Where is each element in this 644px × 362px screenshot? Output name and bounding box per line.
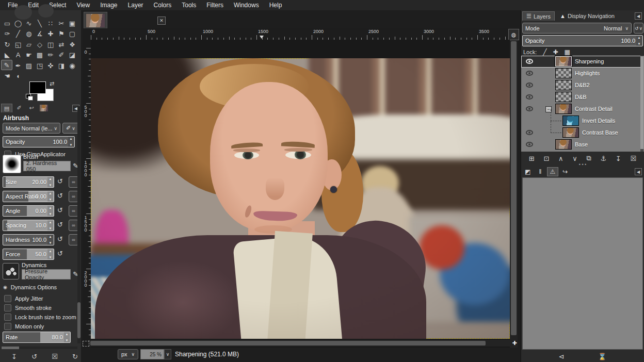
handle-transform-tool[interactable]: ❖ — [67, 40, 77, 49]
menu-image[interactable]: Image — [95, 1, 122, 10]
aspect-ratio-slider[interactable]: Aspect Ratio0.00▲▼ — [3, 191, 54, 202]
layer-row-contrast-base[interactable]: Contrast Base — [521, 127, 641, 139]
visibility-eye-icon[interactable] — [526, 142, 533, 147]
image-tab[interactable] — [38, 104, 50, 112]
heal-tool[interactable]: ✜ — [45, 61, 56, 70]
menu-help[interactable]: Help — [265, 1, 287, 10]
clear-errors-button[interactable]: ⊲ — [559, 353, 565, 360]
layer-row-d-b2[interactable]: D&B2 — [521, 79, 641, 91]
reset-tool-button[interactable]: ↻ — [72, 353, 78, 360]
layer-thumbnail[interactable] — [555, 139, 572, 150]
foreground-color-swatch[interactable] — [29, 81, 46, 94]
warp-transform-tool[interactable]: ☛ — [24, 51, 34, 60]
visibility-eye-icon[interactable] — [526, 106, 533, 111]
layer-thumbnail[interactable] — [555, 68, 572, 78]
delete-layer-button[interactable]: ☒ — [630, 155, 636, 162]
menu-layer[interactable]: Layer — [123, 1, 148, 10]
duplicate-layer-button[interactable]: ⧉ — [587, 154, 591, 162]
visibility-eye-icon[interactable] — [526, 71, 533, 76]
lock-brush-size-to-zoom-checkbox-row[interactable]: Lock brush size to zoom — [4, 314, 76, 321]
3d-transform-tool[interactable]: ◫ — [45, 40, 56, 49]
ellipse-select-tool[interactable]: ◯ — [13, 19, 23, 28]
layer-mode-dropdown[interactable]: Mode Normal ∨ — [522, 23, 632, 34]
align-tool[interactable]: ⚑ — [56, 29, 67, 39]
sample-points-tab[interactable]: ‖ — [535, 167, 546, 176]
measure-tool[interactable]: ∡ — [35, 29, 45, 39]
dynamics-options-expander[interactable]: ◉ Dynamics Options — [3, 284, 57, 290]
brush-preview[interactable] — [3, 155, 21, 173]
spinner[interactable]: ▲▼ — [68, 137, 74, 147]
paint-mode-dropdown[interactable]: Mode Normal (le... ∨ — [3, 123, 60, 134]
reset-slider-icon[interactable]: ↺ — [57, 250, 63, 257]
brush-name-field[interactable]: 2. Hardness 050 — [23, 161, 71, 171]
airbrush-tool[interactable]: ✎ — [1, 60, 12, 70]
save-preset-button[interactable]: ↧ — [11, 353, 17, 360]
reset-slider-icon[interactable]: ↺ — [57, 206, 63, 214]
spinner[interactable]: ▲▼ — [47, 235, 53, 245]
rotate-tool[interactable]: ↻ — [2, 40, 12, 49]
menu-view[interactable]: View — [72, 1, 94, 10]
mypaint-brush-tool[interactable]: ▨ — [24, 61, 34, 70]
delete-preset-button[interactable]: ☒ — [52, 353, 58, 360]
zoom-follow-window-button[interactable]: ◍ — [508, 29, 519, 40]
select-by-color-tool[interactable]: ∷ — [45, 19, 56, 28]
histogram-tab[interactable]: ◩ — [522, 167, 534, 176]
dodge-burn-tool[interactable]: ◖ — [13, 72, 23, 81]
spinner[interactable]: ▲▼ — [47, 220, 53, 231]
move-tool[interactable]: ✚ — [45, 29, 56, 39]
scissors-select-tool[interactable]: ✂ — [56, 19, 67, 28]
lock-alpha-icon[interactable]: ▦ — [565, 48, 570, 56]
reset-slider-icon[interactable]: ↺ — [57, 177, 63, 185]
perspective-tool[interactable]: ◇ — [35, 40, 45, 49]
menu-filters[interactable]: Filters — [202, 1, 228, 10]
tool-options-scrollbar[interactable] — [77, 106, 81, 343]
zoom-level-field[interactable]: 25 % — [140, 349, 164, 359]
color-picker-tool[interactable]: ╱ — [13, 29, 23, 39]
layer-row-highlights[interactable]: Highlights — [521, 68, 641, 79]
flip-tool[interactable]: ⇄ — [56, 40, 67, 49]
new-layer-group-button[interactable]: ⊡ — [543, 155, 549, 162]
dynamics-name-field[interactable]: Pressure Opacity — [22, 269, 71, 279]
gradient-tool[interactable]: ▩ — [35, 51, 45, 60]
vertical-scrollbar[interactable] — [510, 40, 518, 350]
clone-tool[interactable]: ◳ — [35, 61, 45, 70]
scale-tool[interactable]: ◱ — [13, 40, 23, 49]
text-tool[interactable]: A — [13, 51, 23, 60]
layer-thumbnail[interactable] — [555, 80, 572, 90]
horizontal-ruler[interactable]: 0500100015002000250030003500 — [83, 28, 519, 40]
layer-list-scrollbar[interactable] — [640, 56, 643, 152]
new-layer-button[interactable]: ⊞ — [529, 155, 535, 162]
fuzzy-select-tool[interactable]: ╲ — [35, 19, 45, 28]
crop-tool[interactable]: ▢ — [67, 29, 77, 39]
motion-only-checkbox-row[interactable]: Motion only — [4, 323, 44, 330]
navigation-preview-button[interactable]: ✚ — [511, 340, 518, 347]
zoom-dropdown-chevron[interactable]: ∨ — [164, 349, 171, 359]
tab-layers[interactable]: ☰Layers — [522, 11, 555, 21]
tool-options-tab[interactable]: ▤ — [1, 104, 12, 112]
hardness-slider[interactable]: Hardness100.0▲▼ — [3, 234, 54, 245]
blur-sharpen-tool[interactable]: ◉ — [67, 61, 77, 70]
spinner[interactable]: ▲▼ — [47, 249, 53, 259]
reset-slider-icon[interactable]: ↺ — [57, 192, 63, 200]
visibility-eye-icon[interactable] — [526, 130, 533, 135]
visibility-eye-icon[interactable] — [526, 83, 533, 88]
layer-row-d-b[interactable]: D&B — [521, 91, 641, 103]
spinner[interactable]: ▲▼ — [64, 332, 70, 342]
pencil-tool[interactable]: ✏ — [45, 51, 56, 60]
close-image-icon[interactable]: ✕ — [157, 17, 166, 25]
shear-tool[interactable]: ▱ — [24, 40, 34, 49]
horizontal-scrollbar[interactable] — [89, 340, 510, 347]
spacing-slider[interactable]: Spacing10.0▲▼ — [3, 220, 54, 231]
mode-options-button[interactable]: ✐ ∨ — [62, 123, 79, 134]
dock-splitter[interactable]: • • • — [521, 163, 644, 167]
ink-tool[interactable]: ✒ — [13, 61, 23, 70]
visibility-eye-icon[interactable] — [526, 94, 533, 100]
size-slider[interactable]: Size20.00▲▼ — [3, 176, 54, 188]
tool-options-hscrollbar[interactable] — [1, 347, 77, 349]
unit-dropdown[interactable]: px ∨ — [118, 349, 138, 359]
layer-thumbnail[interactable] — [562, 127, 579, 138]
lower-layer-button[interactable]: ∨ — [572, 155, 577, 162]
menu-windows[interactable]: Windows — [229, 1, 264, 10]
anchor-layer-button[interactable]: ⚓ — [601, 155, 607, 162]
paintbrush-tool[interactable]: ✐ — [56, 51, 67, 60]
